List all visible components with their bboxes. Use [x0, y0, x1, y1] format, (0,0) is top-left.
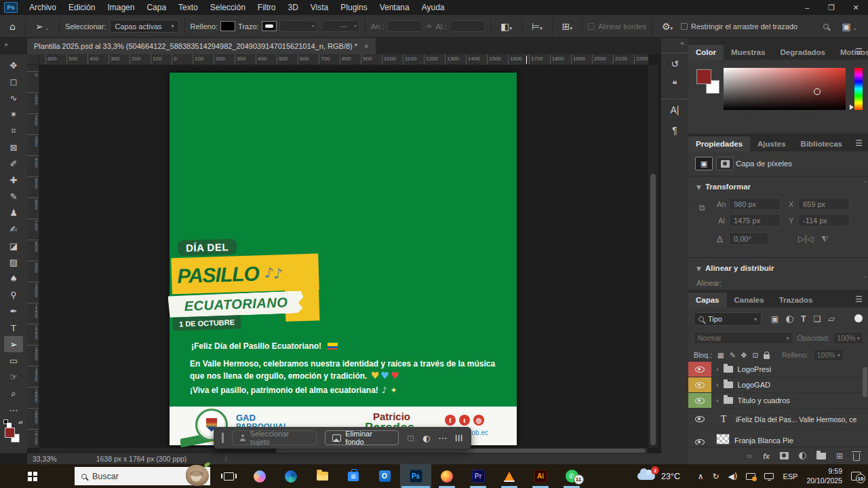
- x-field[interactable]: 659 px: [798, 198, 850, 210]
- paragraph-panel-icon[interactable]: ¶: [661, 120, 688, 140]
- layer-row[interactable]: › Titulo y cuadros: [688, 393, 868, 409]
- weather-widget[interactable]: 2 23°C: [637, 464, 680, 488]
- layer-row[interactable]: › LogoPresi: [688, 362, 868, 377]
- bar-settings-icon[interactable]: ☰: [454, 434, 465, 442]
- tab-motivos[interactable]: Motivos: [833, 45, 868, 60]
- layer-row[interactable]: T iFeliz Día del Pas... Valle Hermoso, c…: [688, 409, 868, 430]
- foreground-color-well[interactable]: [696, 69, 711, 84]
- zoom-level[interactable]: 33,33%: [33, 455, 57, 463]
- mask-icon[interactable]: [716, 157, 734, 170]
- menu-item[interactable]: Selección: [204, 0, 252, 15]
- type-tool[interactable]: T: [4, 320, 23, 336]
- lock-pixels-icon[interactable]: ✎: [730, 351, 736, 359]
- history-brush-tool[interactable]: ✍: [4, 221, 23, 238]
- filter-shape-icon[interactable]: ❏: [814, 314, 821, 324]
- panel-menu-icon[interactable]: ☰: [855, 47, 863, 56]
- menu-item[interactable]: Ventana: [374, 0, 416, 15]
- saturation-field[interactable]: [724, 68, 846, 110]
- tab-muestras[interactable]: Muestras: [724, 45, 773, 60]
- visibility-eye-icon[interactable]: [688, 377, 711, 392]
- path-operations-icon[interactable]: ◧▾: [496, 21, 516, 32]
- edit-toolbar-button[interactable]: ⋯: [4, 402, 23, 418]
- file-explorer-button[interactable]: [307, 464, 338, 488]
- opacity-field[interactable]: 100%▾: [833, 332, 863, 344]
- panel-scroll-up[interactable]: ˄: [864, 181, 867, 187]
- w-field[interactable]: 980 px: [729, 198, 781, 210]
- path-arrangement-icon[interactable]: ⊞▾: [558, 21, 576, 32]
- menu-item[interactable]: Ayuda: [416, 0, 451, 15]
- y-field[interactable]: -114 px: [798, 214, 850, 227]
- layer-filter-dropdown[interactable]: Tipo ▾: [694, 312, 762, 326]
- tab-bibliotecas[interactable]: Bibliotecas: [793, 136, 850, 151]
- remove-background-button[interactable]: Eliminar fondo: [325, 430, 399, 445]
- language-indicator[interactable]: ESP: [783, 472, 797, 481]
- pixel-layer-icon[interactable]: ▣: [695, 157, 713, 170]
- dodge-tool[interactable]: ⚲: [4, 287, 23, 303]
- align-edges-checkbox[interactable]: Alinear bordes: [588, 22, 646, 31]
- fill-swatch[interactable]: [220, 21, 235, 31]
- taskbar-search-box[interactable]: Buscar: [75, 467, 210, 485]
- workspace-switcher-icon[interactable]: ▣ ⌄: [838, 21, 861, 32]
- visibility-eye-icon[interactable]: [688, 393, 711, 408]
- volume-icon[interactable]: ◀): [728, 472, 738, 481]
- menu-item[interactable]: Capa: [140, 0, 172, 15]
- character-panel-icon[interactable]: A|: [661, 100, 688, 120]
- link-wh-icon[interactable]: ⧉: [699, 203, 705, 212]
- photoshop-taskbar-button[interactable]: Ps: [400, 464, 431, 488]
- filter-pixel-icon[interactable]: ▣: [771, 314, 778, 324]
- firefox-button[interactable]: [431, 464, 462, 488]
- select-mode-dropdown[interactable]: Capas activas▾: [110, 20, 178, 33]
- search-icon[interactable]: [823, 24, 829, 29]
- notification-center-icon[interactable]: 10: [851, 472, 861, 481]
- angle-field[interactable]: 0,00°: [729, 232, 768, 245]
- gear-icon[interactable]: ⚙▾: [658, 21, 677, 32]
- tab-propiedades[interactable]: Propiedades: [688, 136, 750, 151]
- tray-chevron-icon[interactable]: ∧: [698, 472, 704, 481]
- expand-group-icon[interactable]: ›: [716, 397, 719, 404]
- search-highlight-image[interactable]: [186, 465, 209, 486]
- stroke-width-dropdown[interactable]: ▾: [279, 20, 317, 32]
- expand-group-icon[interactable]: ›: [716, 366, 719, 373]
- more-options-icon[interactable]: ⋯: [438, 433, 447, 443]
- object-selection-tool[interactable]: ✶: [4, 107, 23, 123]
- stroke-type-dropdown[interactable]: —▾: [321, 20, 359, 32]
- tab-close-icon[interactable]: ×: [364, 42, 368, 50]
- lock-all-icon[interactable]: [764, 354, 770, 359]
- filter-type-icon[interactable]: T: [801, 314, 806, 324]
- minimize-button[interactable]: –: [795, 0, 819, 15]
- panel-scroll-down[interactable]: ˅: [864, 276, 867, 282]
- premiere-button[interactable]: Pr: [462, 464, 494, 488]
- home-icon[interactable]: ⌂: [5, 21, 20, 32]
- vertical-scrollbar[interactable]: [648, 65, 658, 448]
- rectangle-tool[interactable]: ▭: [4, 352, 23, 369]
- blur-tool[interactable]: ♠: [4, 270, 23, 286]
- rotation-lock-icon[interactable]: ↻: [712, 472, 719, 481]
- layer-list-scrollbar[interactable]: [863, 367, 867, 397]
- layer-effects-icon[interactable]: fx: [763, 452, 770, 460]
- rectangular-marquee-tool[interactable]: ◻: [4, 73, 23, 90]
- filter-adjustment-icon[interactable]: [786, 316, 793, 323]
- status-flyout-icon[interactable]: 〉: [224, 454, 231, 464]
- tab-degradados[interactable]: Degradados: [773, 45, 833, 60]
- history-panel-icon[interactable]: ↺: [661, 54, 688, 74]
- visibility-eye-icon[interactable]: [688, 430, 711, 445]
- constrain-path-checkbox[interactable]: Restringir el arrastre del trazado: [681, 22, 797, 31]
- menu-item[interactable]: Edición: [62, 0, 101, 15]
- color-picker-circle[interactable]: [814, 88, 821, 95]
- edge-button[interactable]: [275, 464, 307, 488]
- visibility-eye-icon[interactable]: [688, 409, 711, 430]
- menu-item[interactable]: 3D: [281, 0, 304, 15]
- drag-handle[interactable]: [222, 432, 224, 443]
- delete-layer-icon[interactable]: [853, 453, 860, 461]
- hand-tool[interactable]: ☞: [4, 369, 23, 386]
- healing-brush-tool[interactable]: ✚: [4, 172, 23, 188]
- clock[interactable]: 9:59 20/10/2025: [806, 467, 842, 485]
- restore-button[interactable]: ❐: [819, 0, 844, 15]
- tab-ajustes[interactable]: Ajustes: [750, 136, 793, 151]
- visibility-eye-icon[interactable]: [688, 362, 711, 377]
- tab-canales[interactable]: Canales: [727, 293, 772, 307]
- horizontal-scrollbar[interactable]: [39, 448, 648, 453]
- tab-trazados[interactable]: Trazados: [772, 293, 821, 307]
- path-alignment-icon[interactable]: ⊨▾: [528, 21, 547, 32]
- pen-tool[interactable]: ✒: [4, 303, 23, 320]
